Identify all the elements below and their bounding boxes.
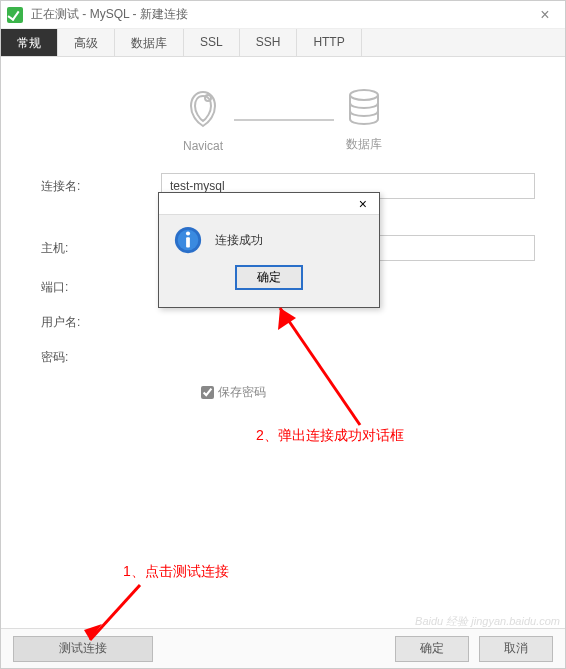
- dialog-ok-button[interactable]: 确定: [235, 265, 303, 290]
- tab-database[interactable]: 数据库: [115, 29, 184, 56]
- connector-diagram: Navicat 数据库: [31, 87, 535, 153]
- port-label: 端口:: [31, 279, 161, 296]
- svg-line-8: [280, 308, 360, 425]
- password-label: 密码:: [31, 349, 161, 366]
- dialog-close-icon[interactable]: ×: [353, 196, 373, 212]
- app-icon: [7, 7, 23, 23]
- database-icon: [344, 87, 384, 127]
- navicat-label: Navicat: [182, 139, 224, 153]
- window-title: 正在测试 - MySQL - 新建连接: [31, 6, 531, 23]
- close-icon[interactable]: ×: [531, 6, 559, 24]
- success-dialog: × 连接成功 确定: [158, 192, 380, 308]
- tabs: 常规 高级 数据库 SSL SSH HTTP: [1, 29, 565, 57]
- svg-rect-4: [186, 237, 190, 247]
- host-label: 主机:: [31, 240, 161, 257]
- navicat-icon: [182, 88, 224, 130]
- save-password-label: 保存密码: [218, 384, 266, 401]
- svg-point-1: [350, 90, 378, 100]
- watermark: Baidu 经验 jingyan.baidu.com: [415, 614, 560, 629]
- dialog-message: 连接成功: [215, 232, 263, 249]
- connection-name-label: 连接名:: [31, 178, 161, 195]
- database-label: 数据库: [344, 136, 384, 153]
- tab-ssl[interactable]: SSL: [184, 29, 240, 56]
- username-label: 用户名:: [31, 314, 161, 331]
- annotation-1: 1、点击测试连接: [123, 563, 229, 581]
- tab-advanced[interactable]: 高级: [58, 29, 115, 56]
- arrow-2-icon: [270, 300, 370, 430]
- titlebar: 正在测试 - MySQL - 新建连接 ×: [1, 1, 565, 29]
- svg-line-6: [90, 585, 140, 640]
- ok-button[interactable]: 确定: [395, 636, 469, 662]
- svg-point-5: [186, 231, 190, 235]
- connector-line: [234, 119, 334, 121]
- tab-ssh[interactable]: SSH: [240, 29, 298, 56]
- cancel-button[interactable]: 取消: [479, 636, 553, 662]
- arrow-1-icon: [80, 580, 150, 650]
- tab-http[interactable]: HTTP: [297, 29, 361, 56]
- save-password-checkbox[interactable]: [201, 386, 214, 399]
- info-icon: [173, 225, 203, 255]
- tab-general[interactable]: 常规: [1, 29, 58, 56]
